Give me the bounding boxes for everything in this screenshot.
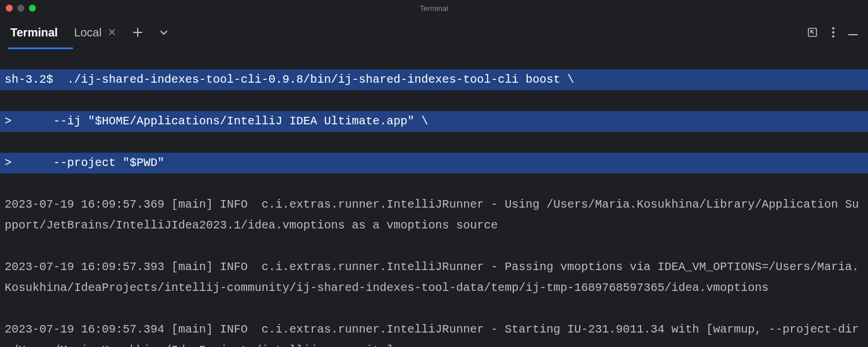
tab-terminal-label: Terminal <box>10 26 58 39</box>
command-line-1: sh-3.2$ ./ij-shared-indexes-tool-cli-0.9… <box>0 69 868 90</box>
command-line-2: > --ij "$HOME/Applications/IntelliJ IDEA… <box>0 111 868 132</box>
tab-terminal[interactable]: Terminal <box>10 16 58 49</box>
tab-local-label: Local <box>74 26 102 39</box>
tab-local[interactable]: Local ✕ <box>74 16 116 49</box>
hide-panel-button[interactable] <box>848 29 858 35</box>
titlebar: Terminal <box>0 0 868 16</box>
close-window-button[interactable] <box>6 5 13 12</box>
toolbar-right <box>807 27 858 38</box>
log-line: 2023-07-19 16:09:57.393 [main] INFO c.i.… <box>0 257 868 298</box>
tab-bar: Terminal Local ✕ <box>0 16 868 49</box>
maximize-window-button[interactable] <box>29 5 36 12</box>
tab-dropdown-button[interactable] <box>159 28 168 37</box>
minimize-window-button[interactable] <box>17 5 24 12</box>
window-controls <box>0 5 36 12</box>
window-title: Terminal <box>420 4 448 13</box>
terminal-output[interactable]: sh-3.2$ ./ij-shared-indexes-tool-cli-0.9… <box>0 49 868 347</box>
more-options-button[interactable] <box>832 27 834 38</box>
log-line: 2023-07-19 16:09:57.394 [main] INFO c.i.… <box>0 319 868 347</box>
new-tab-button[interactable] <box>133 27 143 38</box>
log-line: 2023-07-19 16:09:57.369 [main] INFO c.i.… <box>0 194 868 236</box>
pop-out-button[interactable] <box>807 27 818 38</box>
close-tab-icon[interactable]: ✕ <box>108 27 116 38</box>
command-line-3: > --project "$PWD" <box>0 153 868 174</box>
